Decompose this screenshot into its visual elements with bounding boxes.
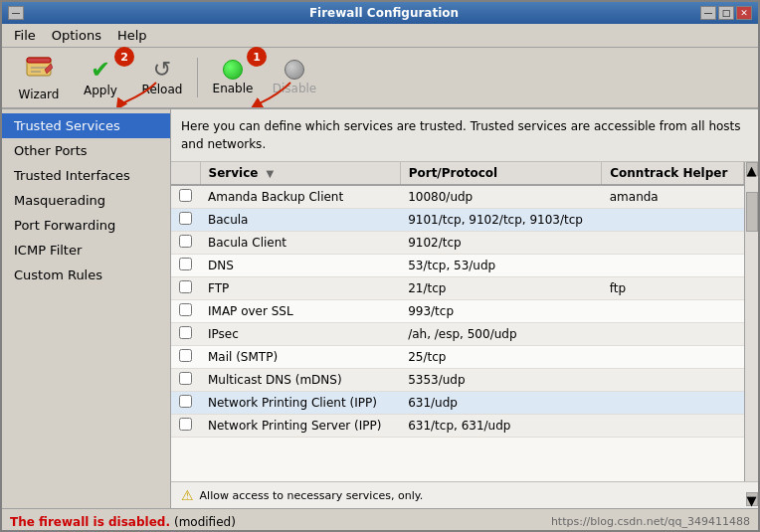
- minimize-btn[interactable]: —: [700, 6, 716, 20]
- row-service-name: Bacula: [200, 209, 400, 232]
- window-title: Firewall Configuration: [68, 6, 700, 20]
- table-row: Multicast DNS (mDNS)5353/udp: [171, 369, 744, 392]
- sidebar-item-trusted-interfaces[interactable]: Trusted Interfaces: [2, 163, 170, 188]
- scroll-thumb[interactable]: [746, 192, 758, 232]
- close-btn[interactable]: ✕: [736, 6, 752, 20]
- row-checkbox-cell: [171, 255, 200, 277]
- scroll-up-btn[interactable]: ▲: [746, 162, 758, 176]
- wizard-label: Wizard: [19, 88, 60, 101]
- row-checkbox-cell: [171, 392, 200, 415]
- sidebar-item-icmp-filter[interactable]: ICMP Filter: [2, 238, 170, 263]
- reload-label: Reload: [142, 83, 183, 96]
- status-url: https://blog.csdn.net/qq_349411488: [551, 515, 750, 528]
- row-helper: [602, 300, 744, 323]
- status-left: The firewall is disabled. (modified): [10, 515, 236, 529]
- row-port: /ah, /esp, 500/udp: [400, 323, 602, 346]
- row-port: 9101/tcp, 9102/tcp, 9103/tcp: [400, 209, 602, 232]
- row-helper: [602, 255, 744, 277]
- col-service[interactable]: Service ▼: [200, 162, 400, 185]
- table-row: Network Printing Server (IPP)631/tcp, 63…: [171, 415, 744, 438]
- enable-button[interactable]: Enable 1: [204, 52, 262, 103]
- row-service-name: DNS: [200, 255, 400, 277]
- table-row: DNS53/tcp, 53/udp: [171, 255, 744, 277]
- row-helper: ftp: [602, 277, 744, 300]
- row-checkbox-cell: [171, 346, 200, 369]
- row-helper: [602, 346, 744, 369]
- right-panel: Here you can define which services are t…: [171, 109, 758, 508]
- service-table-container[interactable]: Service ▼ Port/Protocol Conntrack Helper: [171, 162, 744, 481]
- row-port: 10080/udp: [400, 185, 602, 209]
- row-port: 25/tcp: [400, 346, 602, 369]
- sidebar-item-port-forwarding[interactable]: Port Forwarding: [2, 213, 170, 238]
- maximize-btn[interactable]: □: [718, 6, 734, 20]
- sidebar: Trusted Services Other Ports Trusted Int…: [2, 109, 171, 508]
- warning-icon: ⚠: [181, 487, 194, 503]
- apply-label: Apply: [84, 84, 117, 97]
- table-row: Mail (SMTP)25/tcp: [171, 346, 744, 369]
- reload-button[interactable]: ↺ Reload: [133, 52, 191, 103]
- svg-rect-1: [27, 58, 51, 63]
- sidebar-item-masquerading[interactable]: Masquerading: [2, 188, 170, 213]
- row-helper: [602, 232, 744, 255]
- enable-icon: [223, 60, 243, 80]
- row-port: 21/tcp: [400, 277, 602, 300]
- wizard-button[interactable]: Wizard: [10, 52, 68, 103]
- table-row: Amanda Backup Client10080/udpamanda: [171, 185, 744, 209]
- menu-bar: File Options Help: [2, 24, 758, 48]
- row-checkbox-cell: [171, 185, 200, 209]
- table-area: Service ▼ Port/Protocol Conntrack Helper: [171, 162, 758, 481]
- row-service-name: Mail (SMTP): [200, 346, 400, 369]
- service-checkbox[interactable]: [179, 303, 192, 316]
- row-helper: [602, 369, 744, 392]
- service-checkbox[interactable]: [179, 395, 192, 408]
- row-port: 9102/tcp: [400, 232, 602, 255]
- warning-strip: ⚠ Allow access to necessary services, on…: [171, 481, 758, 508]
- apply-button[interactable]: ✔ Apply 2: [72, 52, 129, 103]
- row-service-name: Network Printing Client (IPP): [200, 392, 400, 415]
- reload-icon: ↺: [153, 59, 171, 81]
- row-checkbox-cell: [171, 300, 200, 323]
- row-port: 631/tcp, 631/udp: [400, 415, 602, 438]
- sidebar-item-custom-rules[interactable]: Custom Rules: [2, 263, 170, 287]
- toolbar-divider: [197, 58, 198, 97]
- firewall-status-text: The firewall is disabled.: [10, 515, 170, 529]
- disable-label: Disable: [273, 82, 317, 95]
- disable-button[interactable]: Disable: [266, 52, 323, 103]
- row-checkbox-cell: [171, 369, 200, 392]
- scrollbar-track[interactable]: ▲ ▼: [744, 162, 758, 481]
- service-checkbox[interactable]: [179, 280, 192, 293]
- row-service-name: FTP: [200, 277, 400, 300]
- service-checkbox[interactable]: [179, 258, 192, 270]
- col-port[interactable]: Port/Protocol: [400, 162, 602, 185]
- menu-help[interactable]: Help: [109, 26, 155, 45]
- minimize-button[interactable]: —: [8, 6, 24, 20]
- service-checkbox[interactable]: [179, 189, 192, 202]
- annotation-1: 1: [247, 47, 267, 67]
- table-row: Bacula9101/tcp, 9102/tcp, 9103/tcp: [171, 209, 744, 232]
- table-row: FTP21/tcpftp: [171, 277, 744, 300]
- row-port: 993/tcp: [400, 300, 602, 323]
- menu-file[interactable]: File: [6, 26, 44, 45]
- service-checkbox[interactable]: [179, 212, 192, 225]
- row-service-name: Amanda Backup Client: [200, 185, 400, 209]
- row-service-name: Network Printing Server (IPP): [200, 415, 400, 438]
- service-checkbox[interactable]: [179, 372, 192, 385]
- row-service-name: Bacula Client: [200, 232, 400, 255]
- warning-text: Allow access to necessary services, only…: [200, 489, 424, 502]
- row-checkbox-cell: [171, 415, 200, 438]
- service-checkbox[interactable]: [179, 235, 192, 248]
- service-checkbox[interactable]: [179, 349, 192, 362]
- service-checkbox[interactable]: [179, 326, 192, 339]
- sort-arrow-service: ▼: [267, 168, 275, 179]
- sidebar-item-trusted-services[interactable]: Trusted Services: [2, 113, 170, 138]
- table-row: Bacula Client9102/tcp: [171, 232, 744, 255]
- toolbar: Wizard ✔ Apply 2 ↺ Reload Enable 1 Disab…: [2, 48, 758, 109]
- row-service-name: IPsec: [200, 323, 400, 346]
- service-checkbox[interactable]: [179, 418, 192, 431]
- menu-options[interactable]: Options: [44, 26, 109, 45]
- col-helper[interactable]: Conntrack Helper: [602, 162, 744, 185]
- sidebar-item-other-ports[interactable]: Other Ports: [2, 138, 170, 163]
- disable-icon: [285, 60, 304, 80]
- row-helper: amanda: [602, 185, 744, 209]
- modified-text: (modified): [174, 515, 236, 529]
